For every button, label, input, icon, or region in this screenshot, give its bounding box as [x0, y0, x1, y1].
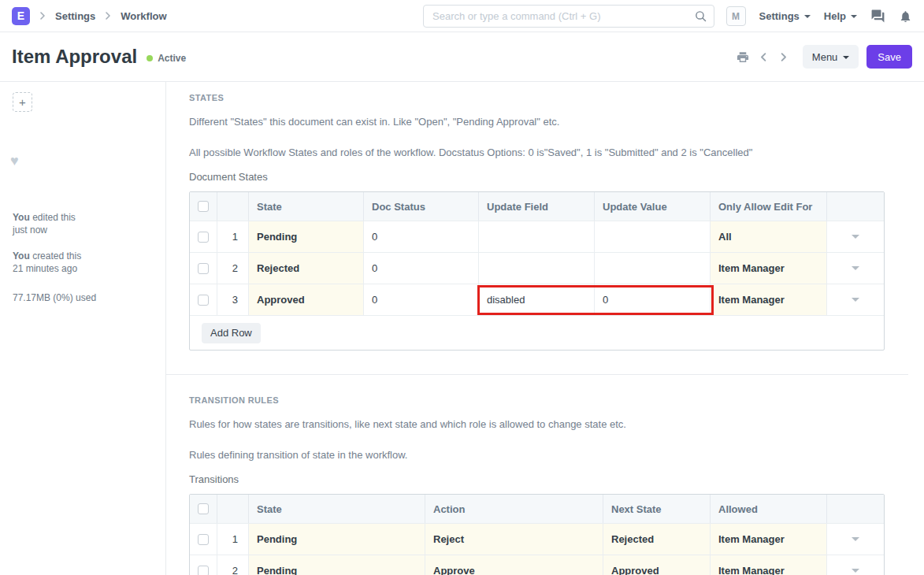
cell-action[interactable]: Reject [425, 523, 603, 555]
table-header-row: State Action Next State Allowed [190, 495, 884, 523]
cell-edit-for[interactable]: Item Manager [711, 284, 827, 315]
table-header-row: State Doc Status Update Field Update Val… [190, 192, 884, 221]
row-expand-button[interactable] [827, 221, 884, 252]
table-row: 2 Rejected 0 Item Manager [190, 252, 884, 284]
cell-state[interactable]: Pending [249, 555, 425, 575]
cell-state[interactable]: Pending [249, 221, 364, 252]
cell-doc-status[interactable]: 0 [364, 284, 479, 315]
cell-update-value[interactable] [595, 252, 711, 284]
prev-button[interactable] [754, 51, 774, 63]
row-checkbox[interactable] [198, 263, 209, 274]
page-actions: Menu Save [732, 45, 912, 69]
active-dot-icon [147, 55, 153, 61]
menu-button[interactable]: Menu [803, 45, 859, 69]
section-heading: TRANSITION RULES [189, 375, 908, 405]
cell-state[interactable]: Rejected [249, 252, 364, 284]
help-menu[interactable]: Help [824, 10, 857, 22]
chevron-down-icon [852, 537, 859, 541]
header-update-field: Update Field [479, 192, 595, 221]
cell-edit-for[interactable]: Item Manager [711, 252, 827, 284]
storage-usage: 77.17MB (0%) used [13, 291, 147, 304]
header-index [217, 495, 249, 523]
breadcrumb-settings[interactable]: Settings [55, 10, 95, 22]
cell-action[interactable]: Approve [425, 555, 603, 575]
next-button[interactable] [774, 51, 793, 63]
row-expand-button[interactable] [827, 555, 884, 575]
user-avatar[interactable]: M [726, 6, 746, 26]
table-label: Transitions [189, 473, 908, 485]
search-icon [694, 9, 707, 25]
global-search-input[interactable] [423, 5, 714, 28]
page-header: Item Approval Active Menu Save [0, 32, 924, 82]
chat-icon[interactable] [870, 9, 885, 24]
states-section: STATES Different "States" this document … [166, 82, 924, 351]
select-all-checkbox[interactable] [198, 201, 209, 212]
chevron-down-icon [852, 266, 859, 270]
heart-icon[interactable]: ♥ [10, 153, 19, 169]
row-expand-button[interactable] [827, 252, 884, 284]
created-info: You created this 21 minutes ago [13, 250, 147, 275]
cell-doc-status[interactable]: 0 [364, 221, 479, 252]
breadcrumb-separator-icon [36, 9, 49, 22]
transition-rules-section: TRANSITION RULES Rules for how states ar… [166, 374, 908, 575]
cell-update-field[interactable] [479, 252, 595, 284]
header-allowed: Allowed [711, 495, 827, 523]
header-edit-for: Only Allow Edit For [711, 192, 827, 221]
cell-update-value[interactable] [595, 221, 711, 252]
menu-button-label: Menu [812, 51, 838, 63]
row-index: 2 [217, 252, 249, 284]
select-all-checkbox[interactable] [198, 503, 209, 514]
breadcrumb-separator-icon [102, 9, 114, 22]
app-logo[interactable]: E [12, 7, 30, 25]
cell-update-field[interactable] [479, 221, 595, 252]
header-next-state: Next State [603, 495, 711, 523]
settings-menu-label: Settings [759, 10, 800, 22]
header-options [827, 192, 884, 221]
chevron-down-icon [852, 298, 859, 302]
page-title: Item Approval [12, 46, 137, 68]
row-checkbox[interactable] [198, 566, 209, 575]
cell-allowed[interactable]: Item Manager [711, 523, 827, 555]
section-heading: STATES [189, 82, 924, 102]
edited-info: You edited this just now [13, 211, 147, 236]
row-index: 3 [217, 284, 249, 315]
section-description: Rules for how states are transitions, li… [189, 418, 908, 430]
header-state: State [249, 192, 364, 221]
status-text: Active [158, 53, 186, 64]
cell-state[interactable]: Approved [249, 284, 364, 315]
cell-edit-for[interactable]: All [711, 221, 827, 252]
left-sidebar: + ♥ You edited this just now You created… [0, 82, 166, 575]
row-expand-button[interactable] [827, 284, 884, 315]
section-description: All possible Workflow States and roles o… [189, 147, 924, 158]
table-row: 1 Pending Reject Rejected Item Manager [190, 523, 884, 555]
cell-update-value[interactable]: 0 [595, 284, 711, 315]
save-button[interactable]: Save [866, 45, 912, 69]
header-update-value: Update Value [595, 192, 711, 221]
section-description: Different "States" this document can exi… [189, 116, 924, 128]
global-search [423, 5, 714, 28]
print-button[interactable] [732, 50, 754, 64]
section-description: Rules defining transition of state in th… [189, 449, 908, 461]
cell-next-state[interactable]: Approved [603, 555, 711, 575]
table-row: 1 Pending 0 All [190, 221, 884, 252]
row-checkbox[interactable] [198, 232, 209, 243]
table-label: Document States [189, 171, 924, 183]
header-action: Action [425, 495, 603, 523]
cell-doc-status[interactable]: 0 [364, 252, 479, 284]
row-index: 2 [217, 555, 249, 575]
cell-next-state[interactable]: Rejected [603, 523, 711, 555]
add-attachment-button[interactable]: + [13, 92, 32, 112]
breadcrumb-workflow[interactable]: Workflow [121, 10, 166, 22]
row-expand-button[interactable] [827, 523, 884, 555]
row-checkbox[interactable] [198, 295, 209, 306]
bell-icon[interactable] [899, 9, 912, 24]
cell-update-field[interactable]: disabled [479, 284, 595, 315]
add-row-button[interactable]: Add Row [202, 323, 261, 343]
header-options [827, 495, 884, 523]
header-index [217, 192, 249, 221]
cell-state[interactable]: Pending [249, 523, 425, 555]
settings-menu[interactable]: Settings [759, 10, 811, 22]
chevron-down-icon [852, 235, 859, 239]
row-checkbox[interactable] [198, 534, 209, 545]
cell-allowed[interactable]: Item Manager [711, 555, 827, 575]
